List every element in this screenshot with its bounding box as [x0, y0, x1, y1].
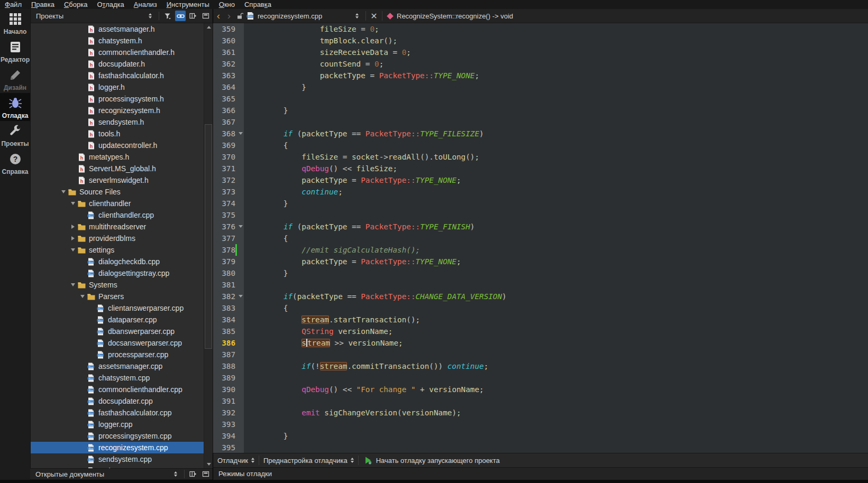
close-panel-icon[interactable] [200, 469, 211, 479]
tree-row[interactable]: C++dialogcheckdb.cpp [31, 256, 213, 267]
tree-row[interactable]: C++dialogsettingstray.cpp [31, 267, 213, 279]
line-number[interactable]: 366 [213, 105, 244, 116]
scroll-up-icon[interactable] [204, 23, 213, 31]
scroll-down-icon[interactable] [204, 460, 213, 468]
menu-item[interactable]: Сборка [59, 0, 93, 9]
updown-icon[interactable] [170, 469, 181, 479]
menu-item[interactable]: Анализ [129, 0, 162, 9]
mode-item-welcome-grid[interactable]: Начало [0, 9, 30, 37]
line-number[interactable]: 364 [213, 81, 244, 93]
tree-row[interactable]: C++clienthandler.cpp [31, 209, 213, 221]
line-number[interactable]: 377 [213, 233, 244, 244]
tree-row[interactable]: hrecognizesystem.h [31, 105, 213, 116]
tree-row[interactable]: C++chatsystem.cpp [31, 372, 213, 384]
unlock-icon[interactable] [234, 11, 245, 21]
tree-row[interactable]: multithreadserver [31, 221, 213, 233]
tree-row[interactable]: C++processparser.cpp [31, 349, 213, 360]
line-number[interactable]: 381 [213, 279, 244, 291]
expanded-arrow-icon[interactable] [69, 246, 77, 254]
line-number[interactable]: 387 [213, 349, 244, 360]
line-number[interactable]: 373 [213, 186, 244, 198]
fold-arrow-icon[interactable] [239, 132, 243, 135]
debugger-combo[interactable]: Отладчик [213, 453, 259, 467]
line-number[interactable]: 395 [213, 442, 244, 453]
tree-row[interactable]: C++dbanswerparser.cpp [31, 326, 213, 337]
tree-row[interactable]: hserverlmswidget.h [31, 174, 213, 186]
line-number[interactable]: 385 [213, 326, 244, 337]
menu-item[interactable]: Окно [214, 0, 240, 9]
line-number[interactable]: 376 [213, 221, 244, 233]
tree-row[interactable]: C++docsanswerparser.cpp [31, 337, 213, 349]
line-number[interactable]: 370 [213, 151, 244, 163]
tree-row[interactable]: hServerLMS_global.h [31, 163, 213, 174]
line-number[interactable]: 362 [213, 58, 244, 70]
current-symbol-selector[interactable]: RecognizeSystem::recognize() -> void [397, 12, 513, 20]
line-number[interactable]: 360 [213, 35, 244, 47]
menu-item[interactable]: Справка [240, 0, 276, 9]
line-number[interactable]: 365 [213, 93, 244, 105]
menu-item[interactable]: Правка [26, 0, 59, 9]
menu-item[interactable]: Файл [0, 0, 26, 9]
expanded-arrow-icon[interactable] [78, 292, 87, 301]
tree-row[interactable]: hlogger.h [31, 81, 213, 93]
tree-row[interactable]: C++clientanswerparser.cpp [31, 302, 213, 314]
tree-row[interactable]: C++sendsystem.cpp [31, 453, 213, 465]
line-number[interactable]: 392 [213, 407, 244, 419]
line-number-gutter[interactable]: 3593603613623633643653663673683693703713… [213, 23, 244, 453]
tree-row[interactable]: C++recognizesystem.cpp [31, 442, 213, 453]
tree-row[interactable]: hassetsmanager.h [31, 23, 213, 35]
line-number[interactable]: 375 [213, 209, 244, 221]
line-number[interactable]: 361 [213, 47, 244, 58]
menu-item[interactable]: Отладка [92, 0, 129, 9]
tree-row[interactable]: Source Files [31, 186, 213, 198]
line-number[interactable]: 372 [213, 174, 244, 186]
tree-row[interactable]: htools.h [31, 128, 213, 140]
tree-row[interactable]: C++logger.cpp [31, 419, 213, 430]
tree-row[interactable]: Systems [31, 279, 213, 291]
line-number[interactable]: 371 [213, 163, 244, 174]
tree-row[interactable]: hdocsupdater.h [31, 58, 213, 70]
expanded-arrow-icon[interactable] [69, 281, 77, 289]
tree-row[interactable]: clienthandler [31, 198, 213, 209]
close-panel-icon[interactable] [200, 11, 211, 21]
start-debug-label[interactable]: Начать отладку запускающего проекта [376, 457, 500, 465]
mode-item-help-question[interactable]: ?Справка [0, 149, 30, 177]
tree-row[interactable]: hupdatecontroller.h [31, 140, 213, 151]
line-number[interactable]: 380 [213, 267, 244, 279]
tree-row[interactable]: C++processingsystem.cpp [31, 430, 213, 442]
code-editor[interactable]: 3593603613623633643653663673683693703713… [213, 23, 868, 453]
line-number[interactable]: 382 [213, 291, 244, 302]
tree-row[interactable]: C++fasthashcalculator.cpp [31, 407, 213, 419]
tree-scrollbar-thumb[interactable] [205, 124, 212, 349]
start-debug-icon[interactable] [364, 456, 372, 465]
line-number[interactable]: 369 [213, 140, 244, 151]
link-with-editor-icon[interactable] [175, 11, 186, 21]
tree-row[interactable]: hfasthashcalculator.h [31, 70, 213, 81]
tree-row[interactable]: settings [31, 244, 213, 256]
menu-item[interactable]: Инструменты [162, 0, 214, 9]
fold-arrow-icon[interactable] [239, 225, 243, 228]
line-number[interactable]: 368 [213, 128, 244, 140]
line-number[interactable]: 374 [213, 198, 244, 209]
line-number[interactable]: 388 [213, 360, 244, 372]
tree-row[interactable]: Parsers [31, 291, 213, 302]
line-number[interactable]: 378 [213, 244, 244, 256]
close-document-icon[interactable]: ✕ [369, 11, 379, 21]
tree-row[interactable]: hprocessingsystem.h [31, 93, 213, 105]
tree-scrollbar[interactable] [204, 23, 213, 468]
split-icon[interactable] [188, 469, 198, 479]
line-number[interactable]: 379 [213, 256, 244, 267]
line-number[interactable]: 386 [213, 337, 244, 349]
line-number[interactable]: 393 [213, 419, 244, 430]
line-number[interactable]: 383 [213, 302, 244, 314]
tree-row[interactable]: hcommonclienthandler.h [31, 47, 213, 58]
mode-item-projects-wrench[interactable]: Проекты [0, 121, 30, 149]
updown-icon[interactable] [145, 11, 156, 21]
tree-row[interactable]: hsendsystem.h [31, 116, 213, 128]
collapsed-arrow-icon[interactable] [69, 222, 77, 231]
collapsed-arrow-icon[interactable] [69, 234, 77, 243]
tree-row[interactable]: hchatsystem.h [31, 35, 213, 47]
line-number[interactable]: 359 [213, 23, 244, 35]
expanded-arrow-icon[interactable] [69, 199, 77, 208]
mode-item-edit-document[interactable]: Редактор [0, 37, 30, 65]
